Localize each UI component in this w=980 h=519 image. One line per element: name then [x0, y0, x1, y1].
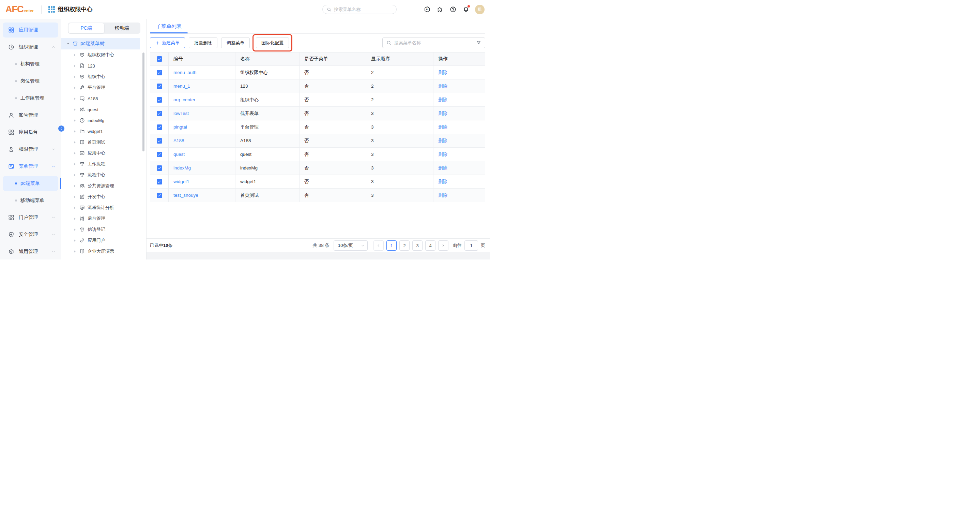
sidebar-subitem[interactable]: 机构管理 — [3, 56, 58, 73]
row-checkbox[interactable] — [157, 138, 162, 144]
row-code-link[interactable]: menu_1 — [173, 83, 190, 89]
caret-right-icon[interactable] — [73, 250, 77, 253]
sidebar-item[interactable]: 安全管理 — [3, 226, 58, 243]
sidebar-collapse-button[interactable] — [58, 126, 64, 132]
delete-link[interactable]: 删除 — [438, 83, 447, 89]
plugin-icon[interactable] — [437, 6, 443, 13]
page-button-2[interactable]: 2 — [399, 240, 410, 251]
tree-node[interactable]: 首页测试 — [61, 137, 146, 148]
tree-node[interactable]: 流程中心 — [61, 169, 146, 180]
tree-node[interactable]: 企业大屏演示 — [61, 246, 146, 257]
ai-assistant-icon[interactable]: AI — [424, 6, 430, 13]
delete-link[interactable]: 删除 — [438, 192, 447, 198]
sidebar-item[interactable]: 菜单管理 — [3, 158, 58, 175]
tree-node[interactable]: A188 — [61, 93, 146, 104]
delete-link[interactable]: 删除 — [438, 165, 447, 171]
sidebar-subitem[interactable]: pc端菜单 — [3, 176, 58, 191]
user-avatar[interactable]: 租 — [475, 5, 485, 14]
row-code-link[interactable]: lowTest — [173, 111, 189, 116]
caret-right-icon[interactable] — [73, 108, 77, 112]
table-search[interactable] — [382, 38, 485, 48]
filter-funnel-icon[interactable] — [476, 40, 481, 45]
row-code-link[interactable]: org_center — [173, 97, 196, 102]
prev-page-button[interactable] — [374, 240, 384, 251]
row-checkbox[interactable] — [157, 179, 162, 184]
delete-link[interactable]: 删除 — [438, 138, 447, 144]
new-menu-button[interactable]: 新建菜单 — [150, 38, 185, 48]
page-button-3[interactable]: 3 — [412, 240, 423, 251]
global-search-input[interactable] — [334, 7, 392, 12]
tree-node[interactable]: widget1 — [61, 126, 146, 137]
tree-node[interactable]: 后台管理 — [61, 213, 146, 224]
row-code-link[interactable]: widget1 — [173, 179, 189, 184]
table-search-input[interactable] — [394, 40, 473, 45]
sidebar-item[interactable]: 门户管理 — [3, 209, 58, 226]
row-checkbox[interactable] — [157, 70, 162, 75]
tree-node[interactable]: quest — [61, 104, 146, 115]
sidebar-subitem[interactable]: 工作组管理 — [3, 90, 58, 107]
tab-pc[interactable]: PC端 — [68, 23, 104, 33]
notification-bell-icon[interactable] — [463, 6, 469, 13]
caret-right-icon[interactable] — [73, 239, 77, 243]
delete-link[interactable]: 删除 — [438, 70, 447, 76]
row-checkbox[interactable] — [157, 111, 162, 116]
tree-node[interactable]: indexMg — [61, 115, 146, 126]
row-code-link[interactable]: menu_auth — [173, 70, 197, 75]
caret-right-icon[interactable] — [73, 184, 77, 188]
caret-right-icon[interactable] — [73, 119, 77, 122]
caret-right-icon[interactable] — [73, 64, 77, 68]
delete-link[interactable]: 删除 — [438, 152, 447, 158]
row-checkbox[interactable] — [157, 152, 162, 157]
row-code-link[interactable]: pingtai — [173, 125, 187, 129]
tree-node[interactable]: 组织权限中心 — [61, 50, 146, 61]
delete-link[interactable]: 删除 — [438, 110, 447, 117]
sidebar-subitem[interactable]: 岗位管理 — [3, 73, 58, 90]
caret-right-icon[interactable] — [73, 152, 77, 155]
sidebar-item[interactable]: 应用后台 — [3, 124, 58, 141]
row-checkbox[interactable] — [157, 97, 162, 103]
tree-node[interactable]: 平台管理 — [61, 82, 146, 93]
page-button-1[interactable]: 1 — [387, 240, 397, 251]
sidebar-item[interactable]: 组织管理 — [3, 38, 58, 56]
caret-right-icon[interactable] — [73, 141, 77, 144]
sidebar-subitem[interactable]: 移动端菜单 — [3, 192, 58, 209]
tab-submenu-list[interactable]: 子菜单列表 — [150, 19, 188, 34]
delete-link[interactable]: 删除 — [438, 124, 447, 130]
next-page-button[interactable] — [438, 240, 449, 251]
select-all-checkbox[interactable] — [157, 56, 162, 62]
row-checkbox[interactable] — [157, 165, 162, 171]
sidebar-item[interactable]: 通用管理 — [3, 243, 58, 260]
sidebar-item[interactable]: 权限管理 — [3, 141, 58, 158]
tree-node[interactable]: 公共资源管理 — [61, 180, 146, 191]
row-checkbox[interactable] — [157, 125, 162, 130]
tree-scrollbar[interactable] — [142, 53, 145, 152]
delete-link[interactable]: 删除 — [438, 97, 447, 103]
tree-node[interactable]: 开发中心 — [61, 191, 146, 202]
caret-right-icon[interactable] — [73, 173, 77, 177]
tree-node[interactable]: 组织中心 — [61, 71, 146, 82]
page-size-select[interactable]: 10条/页 — [334, 240, 368, 251]
row-code-link[interactable]: indexMg — [173, 165, 191, 171]
tree-node[interactable]: 123 — [61, 61, 146, 71]
row-checkbox[interactable] — [157, 193, 162, 198]
caret-right-icon[interactable] — [73, 228, 77, 232]
caret-right-icon[interactable] — [73, 75, 77, 79]
global-search[interactable] — [322, 5, 397, 14]
batch-delete-button[interactable]: 批量删除 — [189, 38, 217, 48]
i18n-config-button[interactable]: 国际化配置 — [256, 38, 289, 48]
tab-mobile[interactable]: 移动端 — [104, 23, 140, 33]
caret-right-icon[interactable] — [73, 97, 77, 101]
row-code-link[interactable]: quest — [173, 152, 185, 157]
row-code-link[interactable]: test_shouye — [173, 193, 198, 198]
page-button-4[interactable]: 4 — [425, 240, 436, 251]
afc-logo[interactable]: AFC enter — [5, 5, 34, 14]
row-checkbox[interactable] — [157, 83, 162, 89]
row-code-link[interactable]: A188 — [173, 138, 185, 143]
caret-right-icon[interactable] — [73, 129, 77, 133]
caret-right-icon[interactable] — [73, 217, 77, 220]
caret-right-icon[interactable] — [73, 53, 77, 57]
tree-node[interactable]: 信访登记 — [61, 224, 146, 235]
tree-root-node[interactable]: pc端菜单树 — [61, 38, 140, 50]
caret-right-icon[interactable] — [73, 195, 77, 199]
goto-page-input[interactable] — [465, 240, 478, 251]
